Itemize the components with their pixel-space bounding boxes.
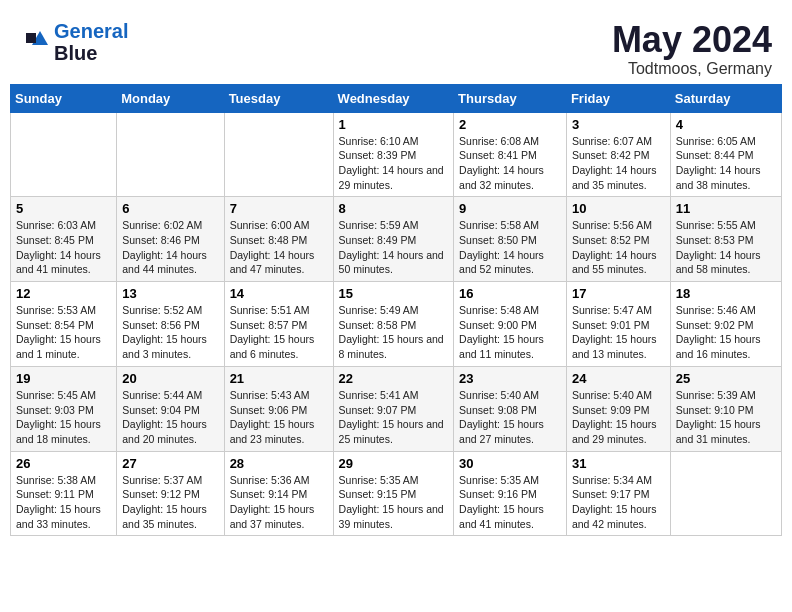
day-number: 18 [676, 286, 776, 301]
svg-rect-1 [26, 33, 36, 43]
cell-info: Sunrise: 5:35 AMSunset: 9:16 PMDaylight:… [459, 473, 561, 532]
col-header-monday: Monday [117, 84, 224, 112]
calendar-cell: 1Sunrise: 6:10 AMSunset: 8:39 PMDaylight… [333, 112, 454, 197]
calendar-cell: 12Sunrise: 5:53 AMSunset: 8:54 PMDayligh… [11, 282, 117, 367]
logo-icon [20, 27, 50, 57]
calendar-cell: 8Sunrise: 5:59 AMSunset: 8:49 PMDaylight… [333, 197, 454, 282]
calendar-cell: 3Sunrise: 6:07 AMSunset: 8:42 PMDaylight… [566, 112, 670, 197]
cell-info: Sunrise: 5:40 AMSunset: 9:08 PMDaylight:… [459, 388, 561, 447]
calendar-table: SundayMondayTuesdayWednesdayThursdayFrid… [10, 84, 782, 537]
cell-info: Sunrise: 5:34 AMSunset: 9:17 PMDaylight:… [572, 473, 665, 532]
cell-info: Sunrise: 6:07 AMSunset: 8:42 PMDaylight:… [572, 134, 665, 193]
day-number: 2 [459, 117, 561, 132]
col-header-sunday: Sunday [11, 84, 117, 112]
calendar-cell: 20Sunrise: 5:44 AMSunset: 9:04 PMDayligh… [117, 366, 224, 451]
col-header-wednesday: Wednesday [333, 84, 454, 112]
cell-info: Sunrise: 5:53 AMSunset: 8:54 PMDaylight:… [16, 303, 111, 362]
day-number: 4 [676, 117, 776, 132]
calendar-cell: 15Sunrise: 5:49 AMSunset: 8:58 PMDayligh… [333, 282, 454, 367]
calendar-cell [11, 112, 117, 197]
cell-info: Sunrise: 5:48 AMSunset: 9:00 PMDaylight:… [459, 303, 561, 362]
calendar-cell: 16Sunrise: 5:48 AMSunset: 9:00 PMDayligh… [454, 282, 567, 367]
calendar-cell: 23Sunrise: 5:40 AMSunset: 9:08 PMDayligh… [454, 366, 567, 451]
day-number: 14 [230, 286, 328, 301]
day-number: 31 [572, 456, 665, 471]
calendar-cell: 19Sunrise: 5:45 AMSunset: 9:03 PMDayligh… [11, 366, 117, 451]
calendar-cell: 11Sunrise: 5:55 AMSunset: 8:53 PMDayligh… [670, 197, 781, 282]
day-number: 19 [16, 371, 111, 386]
col-header-tuesday: Tuesday [224, 84, 333, 112]
cell-info: Sunrise: 5:58 AMSunset: 8:50 PMDaylight:… [459, 218, 561, 277]
cell-info: Sunrise: 5:46 AMSunset: 9:02 PMDaylight:… [676, 303, 776, 362]
calendar-cell: 22Sunrise: 5:41 AMSunset: 9:07 PMDayligh… [333, 366, 454, 451]
calendar-cell: 28Sunrise: 5:36 AMSunset: 9:14 PMDayligh… [224, 451, 333, 536]
page-header: General Blue May 2024 Todtmoos, Germany [10, 10, 782, 84]
cell-info: Sunrise: 5:44 AMSunset: 9:04 PMDaylight:… [122, 388, 218, 447]
cell-info: Sunrise: 5:51 AMSunset: 8:57 PMDaylight:… [230, 303, 328, 362]
calendar-cell: 18Sunrise: 5:46 AMSunset: 9:02 PMDayligh… [670, 282, 781, 367]
cell-info: Sunrise: 5:38 AMSunset: 9:11 PMDaylight:… [16, 473, 111, 532]
cell-info: Sunrise: 6:02 AMSunset: 8:46 PMDaylight:… [122, 218, 218, 277]
day-number: 3 [572, 117, 665, 132]
calendar-cell: 29Sunrise: 5:35 AMSunset: 9:15 PMDayligh… [333, 451, 454, 536]
cell-info: Sunrise: 5:36 AMSunset: 9:14 PMDaylight:… [230, 473, 328, 532]
day-number: 26 [16, 456, 111, 471]
calendar-cell: 6Sunrise: 6:02 AMSunset: 8:46 PMDaylight… [117, 197, 224, 282]
day-number: 24 [572, 371, 665, 386]
calendar-cell: 9Sunrise: 5:58 AMSunset: 8:50 PMDaylight… [454, 197, 567, 282]
day-number: 20 [122, 371, 218, 386]
cell-info: Sunrise: 5:43 AMSunset: 9:06 PMDaylight:… [230, 388, 328, 447]
calendar-cell: 24Sunrise: 5:40 AMSunset: 9:09 PMDayligh… [566, 366, 670, 451]
day-number: 23 [459, 371, 561, 386]
day-number: 15 [339, 286, 449, 301]
day-number: 16 [459, 286, 561, 301]
logo: General Blue [20, 20, 128, 64]
cell-info: Sunrise: 5:40 AMSunset: 9:09 PMDaylight:… [572, 388, 665, 447]
cell-info: Sunrise: 5:41 AMSunset: 9:07 PMDaylight:… [339, 388, 449, 447]
calendar-cell: 14Sunrise: 5:51 AMSunset: 8:57 PMDayligh… [224, 282, 333, 367]
day-number: 28 [230, 456, 328, 471]
day-number: 30 [459, 456, 561, 471]
calendar-cell: 25Sunrise: 5:39 AMSunset: 9:10 PMDayligh… [670, 366, 781, 451]
day-number: 10 [572, 201, 665, 216]
day-number: 11 [676, 201, 776, 216]
calendar-cell: 21Sunrise: 5:43 AMSunset: 9:06 PMDayligh… [224, 366, 333, 451]
cell-info: Sunrise: 5:45 AMSunset: 9:03 PMDaylight:… [16, 388, 111, 447]
day-number: 8 [339, 201, 449, 216]
calendar-cell: 17Sunrise: 5:47 AMSunset: 9:01 PMDayligh… [566, 282, 670, 367]
cell-info: Sunrise: 5:59 AMSunset: 8:49 PMDaylight:… [339, 218, 449, 277]
cell-info: Sunrise: 6:00 AMSunset: 8:48 PMDaylight:… [230, 218, 328, 277]
cell-info: Sunrise: 5:47 AMSunset: 9:01 PMDaylight:… [572, 303, 665, 362]
cell-info: Sunrise: 6:08 AMSunset: 8:41 PMDaylight:… [459, 134, 561, 193]
logo-line2: Blue [54, 42, 128, 64]
cell-info: Sunrise: 5:35 AMSunset: 9:15 PMDaylight:… [339, 473, 449, 532]
title-block: May 2024 Todtmoos, Germany [612, 20, 772, 78]
col-header-thursday: Thursday [454, 84, 567, 112]
cell-info: Sunrise: 5:52 AMSunset: 8:56 PMDaylight:… [122, 303, 218, 362]
calendar-cell: 7Sunrise: 6:00 AMSunset: 8:48 PMDaylight… [224, 197, 333, 282]
cell-info: Sunrise: 5:39 AMSunset: 9:10 PMDaylight:… [676, 388, 776, 447]
calendar-cell: 30Sunrise: 5:35 AMSunset: 9:16 PMDayligh… [454, 451, 567, 536]
calendar-cell: 26Sunrise: 5:38 AMSunset: 9:11 PMDayligh… [11, 451, 117, 536]
day-number: 27 [122, 456, 218, 471]
day-number: 12 [16, 286, 111, 301]
calendar-cell: 27Sunrise: 5:37 AMSunset: 9:12 PMDayligh… [117, 451, 224, 536]
cell-info: Sunrise: 6:03 AMSunset: 8:45 PMDaylight:… [16, 218, 111, 277]
cell-info: Sunrise: 6:05 AMSunset: 8:44 PMDaylight:… [676, 134, 776, 193]
calendar-cell: 5Sunrise: 6:03 AMSunset: 8:45 PMDaylight… [11, 197, 117, 282]
cell-info: Sunrise: 5:37 AMSunset: 9:12 PMDaylight:… [122, 473, 218, 532]
logo-line1: General [54, 20, 128, 42]
day-number: 21 [230, 371, 328, 386]
subtitle: Todtmoos, Germany [612, 60, 772, 78]
cell-info: Sunrise: 5:49 AMSunset: 8:58 PMDaylight:… [339, 303, 449, 362]
calendar-cell: 10Sunrise: 5:56 AMSunset: 8:52 PMDayligh… [566, 197, 670, 282]
day-number: 25 [676, 371, 776, 386]
calendar-cell: 31Sunrise: 5:34 AMSunset: 9:17 PMDayligh… [566, 451, 670, 536]
calendar-cell [670, 451, 781, 536]
col-header-friday: Friday [566, 84, 670, 112]
day-number: 6 [122, 201, 218, 216]
calendar-cell: 2Sunrise: 6:08 AMSunset: 8:41 PMDaylight… [454, 112, 567, 197]
calendar-cell [117, 112, 224, 197]
day-number: 5 [16, 201, 111, 216]
cell-info: Sunrise: 6:10 AMSunset: 8:39 PMDaylight:… [339, 134, 449, 193]
